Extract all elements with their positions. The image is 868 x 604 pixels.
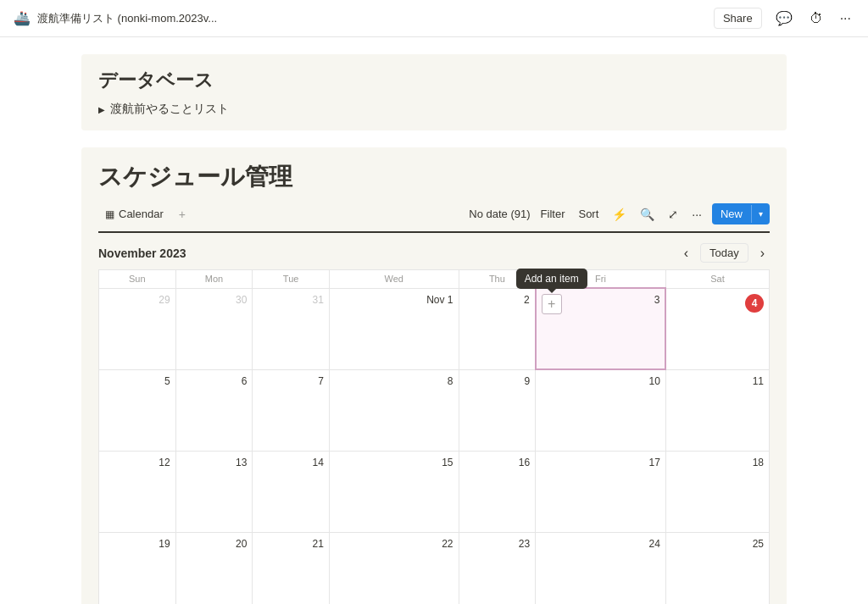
database-section: データベース ▶ 渡航前やることリスト [81,54,787,130]
prev-month-button[interactable]: ‹ [679,244,693,263]
day-number: 15 [335,457,453,468]
layout-icon[interactable]: ⤢ [665,206,682,223]
table-cell: Nov 1 [329,288,459,369]
table-cell: 8 [329,369,459,451]
day-number: 29 [104,294,170,306]
table-cell: 11 [665,369,769,451]
share-button[interactable]: Share [714,8,762,29]
add-item-tooltip: Add an item [516,269,587,289]
page-title: 渡航準備リスト (nonki-mom.2023v... [37,11,217,26]
nav-right: ‹ Today › [679,243,770,263]
day-number: Nov 1 [335,294,453,306]
table-cell-sat-4: 4 [665,288,769,369]
table-cell: 31 [253,288,330,369]
table-cell: 24 [536,532,666,604]
more-icon[interactable]: ··· [837,8,854,30]
table-cell: 22 [329,532,459,604]
toolbar-left: ▦ Calendar + [98,204,189,224]
day-number: 23 [465,538,531,550]
table-cell: 15 [329,451,459,532]
day-number: 31 [258,294,324,306]
database-link-label: 渡航前やることリスト [110,102,229,117]
day-number: 9 [465,375,531,387]
table-cell: 17 [536,451,666,532]
page-content: データベース ▶ 渡航前やることリスト スケジュール管理 ▦ Calendar … [0,37,868,604]
table-cell: 18 [665,451,769,532]
database-link[interactable]: ▶ 渡航前やることリスト [98,102,770,117]
day-number: 17 [541,457,660,468]
table-cell-fri-3: Add an item + 3 [536,288,666,369]
month-year-label: November 2023 [98,247,186,260]
week-row: 29 30 31 Nov 1 2 [99,288,770,369]
filter-button[interactable]: Filter [537,206,569,222]
col-tue: Tue [253,270,330,289]
comment-icon[interactable]: 💬 [772,7,796,30]
day-number: 18 [671,457,764,468]
table-cell: 5 [99,369,176,451]
table-cell: 29 [99,288,176,369]
day-number: 3 [654,294,660,306]
table-cell: 30 [175,288,253,369]
day-number: 20 [181,538,248,550]
day-number: 5 [104,375,170,387]
table-cell: 13 [175,451,253,532]
topbar-left: 🚢 渡航準備リスト (nonki-mom.2023v... [14,10,217,26]
table-cell: 2 [459,288,536,369]
search-icon[interactable]: 🔍 [637,206,658,223]
table-cell: 7 [253,369,330,451]
new-label: New [712,203,751,224]
table-cell: 12 [99,451,176,532]
table-cell: 14 [253,451,330,532]
col-mon: Mon [175,270,253,289]
day-number: 25 [671,538,764,550]
day-number: 4 [671,294,764,313]
table-cell: 16 [459,451,536,532]
sort-button[interactable]: Sort [575,206,602,222]
col-sat: Sat [665,270,769,289]
schedule-title: スケジュール管理 [98,161,770,193]
add-view-button[interactable]: + [175,204,189,224]
schedule-section: スケジュール管理 ▦ Calendar + No date (91) Filte… [81,147,787,604]
chevron-right-icon: ▶ [98,105,105,114]
database-title: データベース [98,68,770,93]
new-button[interactable]: New ▾ [712,203,770,224]
col-wed: Wed [329,270,459,289]
calendar-icon: ▦ [105,208,114,220]
day-number: 13 [181,457,248,468]
week-row: 5 6 7 8 9 10 [99,369,770,451]
day-number: 8 [335,375,453,387]
week-row: 12 13 14 15 16 17 [99,451,770,532]
day-number: 12 [104,457,170,468]
lightning-icon[interactable]: ⚡ [609,206,630,223]
day-number: 24 [541,538,660,550]
day-number: 11 [671,375,764,387]
day-number: 19 [104,538,170,550]
table-cell: 10 [536,369,666,451]
table-cell: 6 [175,369,253,451]
options-icon[interactable]: ··· [688,206,705,223]
table-cell: 23 [459,532,536,604]
day-number: 7 [258,375,324,387]
calendar-tab[interactable]: ▦ Calendar [98,204,170,224]
toolbar-right: No date (91) Filter Sort ⚡ 🔍 ⤢ ··· New ▾ [469,203,770,224]
table-cell: 9 [459,369,536,451]
history-icon[interactable]: ⏱ [806,8,826,30]
day-number: 21 [258,538,324,550]
today-indicator: 4 [745,294,764,313]
day-number: 6 [181,375,248,387]
page-icon: 🚢 [14,10,31,26]
topbar: 🚢 渡航準備リスト (nonki-mom.2023v... Share 💬 ⏱ … [0,0,868,37]
next-month-button[interactable]: › [755,244,770,263]
week-row: 19 20 21 22 23 24 [99,532,770,604]
calendar-grid: Sun Mon Tue Wed Thu Fri Sat 29 30 [98,269,770,604]
topbar-right: Share 💬 ⏱ ··· [714,7,854,30]
today-button[interactable]: Today [700,243,748,263]
calendar-tab-label: Calendar [119,208,164,220]
table-cell: 25 [665,532,769,604]
day-number: 22 [335,538,453,550]
calendar-nav: November 2023 ‹ Today › [98,243,770,263]
day-number: 14 [258,457,324,468]
no-date-label[interactable]: No date (91) [469,208,530,220]
new-dropdown-arrow: ▾ [751,205,770,223]
table-cell: 20 [175,532,253,604]
